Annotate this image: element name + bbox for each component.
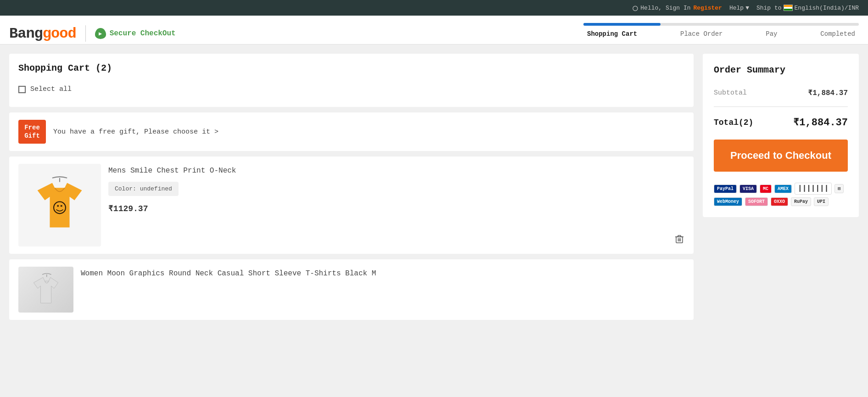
qr-icon: ⊞ (834, 184, 844, 193)
subtotal-row: Subtotal ₹1,884.37 (714, 84, 848, 101)
subtotal-label: Subtotal (714, 89, 747, 97)
oxxo-icon: OXXO (771, 197, 788, 206)
select-all-checkbox[interactable] (18, 86, 26, 93)
product-item-2: Women Moon Graphics Round Neck Casual Sh… (9, 259, 694, 320)
free-gift-badge: Free Gift (18, 120, 46, 144)
help-section[interactable]: Help ▼ (729, 5, 749, 11)
top-bar: ◯ Hello, Sign In Register Help ▼ Ship to… (0, 0, 868, 16)
total-value: ₹1,884.37 (793, 116, 848, 129)
total-label: Total(2) (714, 118, 753, 127)
ship-to-label: Ship to (756, 5, 782, 11)
svg-marker-0 (38, 183, 82, 228)
order-summary-title: Order Summary (714, 65, 848, 75)
mastercard-icon: MC (760, 185, 772, 193)
product-item-1: Mens Smile Chest Print O-Neck Color: und… (9, 157, 694, 254)
step-completed[interactable]: Completed (817, 29, 859, 39)
rupay-icon: RuPay (791, 197, 811, 206)
header: Banggood ▶ Secure CheckOut Shopping Cart… (0, 16, 868, 45)
select-all-label: Select all (30, 85, 72, 93)
svg-marker-15 (34, 278, 58, 303)
cart-section: Shopping Cart (2) Select all Free Gift Y… (9, 54, 694, 320)
secure-checkout-text: Secure CheckOut (110, 29, 176, 38)
help-chevron-icon: ▼ (745, 5, 749, 11)
amex-icon: AMEX (774, 185, 792, 193)
secure-checkout-label: ▶ Secure CheckOut (95, 28, 176, 39)
register-link[interactable]: Register (694, 5, 722, 11)
free-gift-badge-line1: Free (24, 124, 40, 131)
white-shirt-svg (28, 271, 64, 308)
step-shopping-cart[interactable]: Shopping Cart (583, 29, 641, 39)
select-all-row: Select all (18, 81, 684, 98)
color-tag-1: Color: undefined (108, 182, 179, 196)
order-summary: Order Summary Subtotal ₹1,884.37 Total(2… (703, 54, 859, 320)
cart-container: Shopping Cart (2) Select all (9, 54, 694, 107)
product-details-2: Women Moon Graphics Round Neck Casual Sh… (81, 267, 684, 279)
checkout-steps: Shopping Cart Place Order Pay Completed (583, 29, 859, 44)
trash-icon (674, 234, 684, 244)
product-image-1 (18, 164, 101, 246)
logo-divider (85, 25, 86, 42)
ship-section[interactable]: Ship to English(India)/INR (756, 5, 859, 11)
shield-icon: ▶ (95, 28, 106, 39)
india-flag-icon (784, 5, 793, 11)
user-section[interactable]: ◯ Hello, Sign In Register (633, 3, 722, 13)
product-name-1: Mens Smile Chest Print O-Neck (108, 166, 684, 176)
summary-box: Order Summary Subtotal ₹1,884.37 Total(2… (703, 54, 859, 217)
barcode-icon: ||||||| (795, 183, 832, 195)
progress-bar-fill (583, 23, 661, 26)
main-content: Shopping Cart (2) Select all Free Gift Y… (0, 45, 868, 329)
payment-icons: PayPal VISA MC AMEX ||||||| ⊞ WebMoney S… (714, 183, 848, 206)
help-label: Help (729, 5, 744, 11)
subtotal-value: ₹1,884.37 (808, 88, 848, 97)
logo-text: Bang (9, 25, 43, 42)
free-gift-banner[interactable]: Free Gift You have a free gift, Please c… (9, 112, 694, 151)
product-price-1: ₹1129.37 (108, 203, 684, 213)
progress-section: Shopping Cart Place Order Pay Completed (583, 23, 859, 44)
free-gift-text: You have a free gift, Please choose it > (53, 128, 218, 136)
checkout-button[interactable]: Proceed to Checkout (714, 140, 848, 172)
logo-text-accent: good (43, 25, 76, 42)
free-gift-badge-line2: Gift (24, 132, 40, 140)
yellow-tshirt-svg (28, 173, 92, 237)
delete-icon-1[interactable] (674, 234, 684, 246)
language-label: English(India)/INR (795, 5, 859, 11)
cart-title: Shopping Cart (2) (18, 63, 684, 73)
upi-icon: UPI (814, 197, 829, 206)
total-row: Total(2) ₹1,884.37 (714, 112, 848, 132)
product-image-2 (18, 267, 73, 313)
user-icon: ◯ (633, 3, 638, 13)
product-details-1: Mens Smile Chest Print O-Neck Color: und… (108, 164, 684, 213)
summary-divider (714, 106, 848, 107)
progress-bar-container (583, 23, 859, 26)
webmoney-icon: WebMoney (714, 197, 742, 206)
greeting-text: Hello, Sign In (640, 5, 690, 11)
sofort-icon: SOFORT (745, 197, 768, 206)
step-place-order[interactable]: Place Order (677, 29, 726, 39)
paypal-icon: PayPal (714, 185, 737, 193)
visa-icon: VISA (739, 185, 757, 193)
logo[interactable]: Banggood (9, 25, 76, 42)
product-name-2: Women Moon Graphics Round Neck Casual Sh… (81, 268, 684, 279)
step-pay[interactable]: Pay (762, 29, 781, 39)
